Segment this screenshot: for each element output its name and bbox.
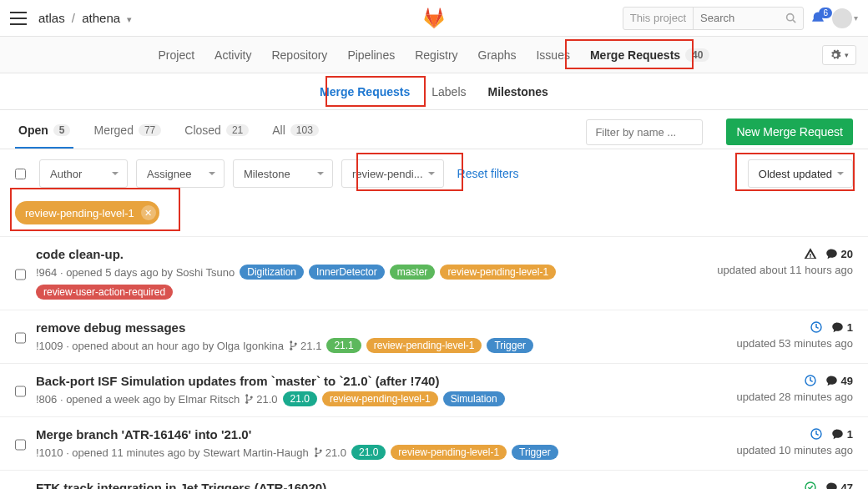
gear-button[interactable]: ▾ <box>822 45 856 65</box>
label-pill[interactable]: review-pending-level-1 <box>440 265 556 280</box>
sort-dropdown[interactable]: Oldest updated <box>748 159 853 188</box>
nav-registry[interactable]: Registry <box>413 45 459 65</box>
status-tab-merged[interactable]: Merged77 <box>90 115 164 149</box>
label-pill[interactable]: Trigger <box>487 338 533 353</box>
notifications-icon[interactable]: 6 <box>810 11 825 26</box>
author-label: Author <box>50 168 82 180</box>
mr-checkbox[interactable] <box>15 430 26 460</box>
mr-side: 49updated 28 minutes ago <box>703 374 853 406</box>
pipeline-status-icon <box>804 374 817 387</box>
milestone-label: Milestone <box>244 168 290 180</box>
comments-count[interactable]: 1 <box>831 428 853 441</box>
mr-meta: !1009 · opened about an hour ago by Olga… <box>36 338 693 353</box>
subtab-merge-requests[interactable]: Merge Requests <box>320 85 410 98</box>
label-pill[interactable]: master <box>390 265 436 280</box>
label-dropdown[interactable]: review-pendi... <box>341 159 444 188</box>
nav-merge-requests[interactable]: Merge Requests 40 <box>588 45 712 65</box>
label-pill[interactable]: 21.1 <box>326 338 361 353</box>
merge-request-item: remove debug messages!1009 · opened abou… <box>0 310 868 363</box>
comments-count[interactable]: 49 <box>825 375 853 387</box>
top-header: atlas / athena ▾ This project 6 ▾ <box>0 0 868 37</box>
status-count: 5 <box>53 124 71 136</box>
search-box[interactable]: This project <box>623 7 804 30</box>
comments-count[interactable]: 1 <box>831 321 853 334</box>
mr-meta: !1010 · opened 11 minutes ago by Stewart… <box>36 445 693 460</box>
hamburger-icon[interactable] <box>10 12 27 25</box>
branch-icon: 21.1 <box>289 340 321 352</box>
nav-issues[interactable]: Issues <box>534 45 571 65</box>
pipeline-status-icon <box>804 481 817 489</box>
label-pill[interactable]: Simulation <box>443 391 505 406</box>
nav-project[interactable]: Project <box>157 45 197 65</box>
branch-icon: 21.0 <box>314 446 346 459</box>
pipeline-status-icon <box>804 247 817 260</box>
svg-point-0 <box>787 14 794 21</box>
assignee-label: Assignee <box>147 168 191 180</box>
sub-nav: Merge Requests Labels Milestones <box>0 73 868 110</box>
label-pill[interactable]: 21.0 <box>351 445 386 460</box>
merge-request-list: code clean-up.!964 · opened 5 days ago b… <box>0 236 868 489</box>
breadcrumb-project[interactable]: athena <box>82 11 120 25</box>
author-dropdown[interactable]: Author <box>39 159 128 188</box>
milestone-dropdown[interactable]: Milestone <box>233 159 333 188</box>
mr-title[interactable]: code clean-up. <box>36 247 693 261</box>
svg-line-1 <box>793 20 795 23</box>
new-merge-request-button[interactable]: New Merge Request <box>726 118 853 145</box>
label-pill[interactable]: Digitization <box>240 265 304 280</box>
select-all-checkbox[interactable] <box>15 169 26 179</box>
reset-filters-link[interactable]: Reset filters <box>457 167 519 180</box>
label-pill[interactable]: InnerDetector <box>309 265 385 280</box>
label-pill[interactable]: 21.0 <box>283 391 317 406</box>
updated-text: updated 28 minutes ago <box>703 391 853 403</box>
label-pill[interactable]: review-pending-level-1 <box>391 445 507 460</box>
svg-point-11 <box>315 455 317 457</box>
nav-pipelines[interactable]: Pipelines <box>346 45 396 65</box>
label-pill[interactable]: Trigger <box>512 445 558 460</box>
filter-by-name-input[interactable] <box>586 119 703 145</box>
mr-title[interactable]: remove debug messages <box>36 320 693 335</box>
breadcrumb-group[interactable]: atlas <box>38 11 65 25</box>
nav-repository[interactable]: Repository <box>270 45 329 65</box>
status-tab-closed[interactable]: Closed21 <box>181 115 252 149</box>
pipeline-status-icon <box>810 320 823 334</box>
label-pill[interactable]: review-user-action-required <box>36 285 173 300</box>
mr-side: 47updated about a minute ago <box>703 481 853 489</box>
svg-point-10 <box>315 447 317 450</box>
svg-point-2 <box>290 340 292 343</box>
label-pill[interactable]: review-pending-level-1 <box>366 338 482 353</box>
user-menu[interactable]: ▾ <box>832 8 858 28</box>
comments-count[interactable]: 20 <box>825 248 853 260</box>
merge-request-item: Merge branch 'ATR-16146' into '21.0'!101… <box>0 416 868 470</box>
mr-checkbox[interactable] <box>15 483 26 489</box>
chevron-down-icon: ▾ <box>854 13 858 23</box>
nav-graphs[interactable]: Graphs <box>477 45 518 65</box>
search-scope[interactable]: This project <box>623 8 694 29</box>
label-pill[interactable]: review-pending-level-1 <box>322 391 438 406</box>
chevron-down-icon[interactable]: ▾ <box>127 14 132 24</box>
gitlab-logo[interactable] <box>422 8 446 29</box>
subtab-labels[interactable]: Labels <box>431 85 466 98</box>
chevron-down-icon: ▾ <box>845 51 849 59</box>
mr-checkbox[interactable] <box>15 250 26 300</box>
comments-count[interactable]: 47 <box>825 481 853 490</box>
status-tab-all[interactable]: All103 <box>269 115 322 149</box>
mr-title[interactable]: Merge branch 'ATR-16146' into '21.0' <box>36 427 693 441</box>
nav-activity[interactable]: Activity <box>213 45 253 65</box>
mr-checkbox[interactable] <box>15 376 26 406</box>
mr-checkbox[interactable] <box>15 323 26 353</box>
mr-title[interactable]: FTK track integration in Jet Triggers (A… <box>36 481 693 489</box>
status-tab-open[interactable]: Open5 <box>15 115 73 149</box>
remove-tag-icon[interactable]: ✕ <box>141 205 156 220</box>
active-filters: review-pending-level-1 ✕ <box>0 198 868 236</box>
filter-tag: review-pending-level-1 ✕ <box>15 201 159 224</box>
breadcrumb[interactable]: atlas / athena ▾ <box>38 11 132 25</box>
assignee-dropdown[interactable]: Assignee <box>136 159 225 188</box>
svg-point-7 <box>246 401 249 404</box>
subtab-milestones[interactable]: Milestones <box>488 85 548 98</box>
search-input[interactable] <box>694 12 785 24</box>
merge-request-item: FTK track integration in Jet Triggers (A… <box>0 470 868 489</box>
filter-row: Author Assignee Milestone review-pendi..… <box>0 149 868 198</box>
mr-side: 20updated about 11 hours ago <box>703 247 853 300</box>
mr-title[interactable]: Back-port ISF Simulation updates from `m… <box>36 374 693 388</box>
search-icon[interactable] <box>785 13 803 23</box>
